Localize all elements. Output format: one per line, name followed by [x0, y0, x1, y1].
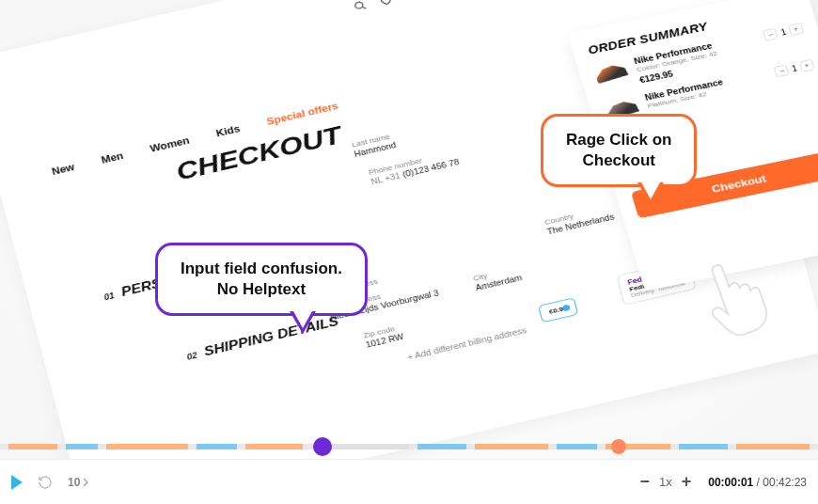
speed-value: 1x [659, 475, 672, 489]
qty-value: 1 [791, 64, 798, 73]
skip-10s[interactable]: 10 [68, 476, 90, 489]
header-icons [353, 0, 418, 12]
bag-icon[interactable] [403, 0, 418, 1]
callout-text: Input field confusion. No Helptext [181, 260, 342, 298]
time-display: 00:00:01 / 00:42:23 [708, 476, 807, 489]
last-name-field[interactable]: Last name Hammond [351, 132, 397, 159]
skip-value: 10 [68, 476, 80, 489]
nav-item[interactable]: Kids [215, 123, 242, 139]
city-field[interactable]: City Amsterdam [472, 264, 523, 292]
svg-point-0 [354, 1, 364, 8]
page-title: CHECKOUT [173, 120, 344, 186]
qty-minus[interactable]: − [774, 64, 790, 77]
section-shipping: 02 SHIPPING DETAILS [185, 314, 340, 363]
product-thumb [593, 59, 630, 84]
callout-input-confusion: Input field confusion. No Helptext [155, 243, 368, 316]
section-num: 01 [103, 291, 116, 302]
player-bar: 10 − 1x + 00:00:01 / 00:42:23 [0, 459, 818, 504]
qty-plus[interactable]: + [799, 59, 815, 72]
callout-text: Rage Click on Checkout [566, 131, 671, 169]
speed-plus[interactable]: + [682, 472, 692, 492]
qty-stepper[interactable]: − 1 + [763, 23, 804, 41]
ship-standard[interactable]: €0.99 [538, 297, 578, 323]
play-button[interactable] [11, 475, 23, 490]
qty-value: 1 [779, 27, 787, 37]
speed-minus[interactable]: − [639, 472, 650, 492]
svg-line-1 [362, 7, 366, 10]
country-field[interactable]: Country The Netherlands [543, 203, 615, 236]
section-num: 02 [186, 351, 198, 361]
zip-field[interactable]: Zip code 1012 RW [363, 323, 405, 350]
billing-toggle[interactable]: + Add different billing address [406, 326, 527, 362]
event-marker-purple[interactable] [313, 437, 332, 456]
qty-plus[interactable]: + [788, 23, 804, 36]
qty-stepper[interactable]: − 1 + [774, 59, 815, 78]
session-timeline[interactable] [0, 444, 818, 449]
session-replay-stage: New Men Women Kids Special offers CHECKO… [0, 0, 818, 504]
time-total: 00:42:23 [763, 476, 807, 489]
radio-selected-icon [562, 304, 571, 311]
search-icon[interactable] [353, 0, 368, 12]
heart-icon[interactable] [378, 0, 393, 7]
chevron-right-icon [81, 478, 90, 487]
event-marker-orange[interactable] [611, 439, 626, 454]
speech-tail-icon [290, 311, 316, 334]
replay-icon[interactable] [38, 475, 53, 490]
nav-item[interactable]: New [51, 162, 76, 178]
nav-item[interactable]: Women [149, 135, 190, 155]
nav-item[interactable]: Men [101, 150, 125, 165]
time-current: 00:00:01 [708, 476, 753, 489]
section-label: SHIPPING DETAILS [203, 314, 340, 358]
qty-minus[interactable]: − [763, 28, 779, 41]
speech-tail-icon [637, 182, 664, 205]
phone-field[interactable]: Phone number NL +31 (0)123 456 78 [368, 149, 460, 186]
callout-rage-click: Rage Click on Checkout [541, 114, 697, 187]
speed-control: − 1x + [639, 472, 691, 492]
